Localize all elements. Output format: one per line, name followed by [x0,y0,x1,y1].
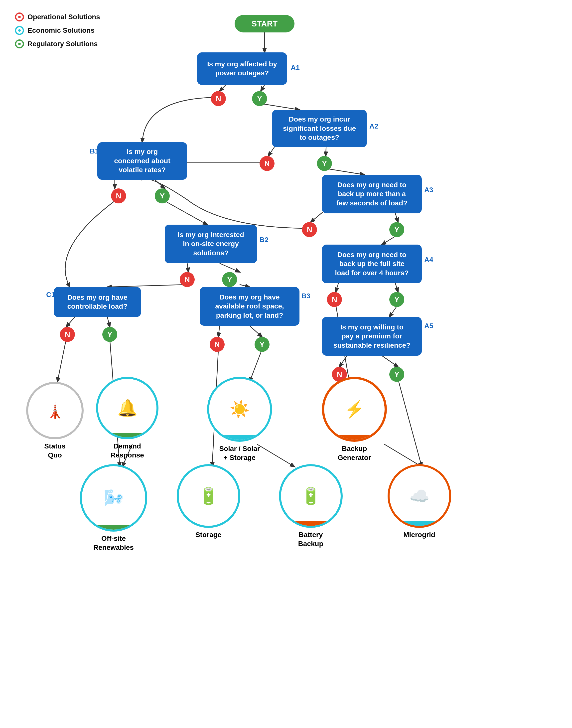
offsite-renewables-circle: 🌬️ [80,464,147,531]
label-A4: A4 [424,256,433,264]
backup-gen-circle: ⚡ [322,377,387,442]
label-A2: A2 [369,122,378,130]
label-A5: A5 [424,322,433,330]
outcome-status-quo: 🗼 StatusQuo [25,382,85,460]
svg-line-15 [107,285,189,287]
svg-line-23 [57,340,66,382]
node-A1-text: Is my org affected bypower outages? [207,60,277,78]
yn-A3-no: N [302,222,317,237]
legend-item-regulatory: Regulatory Solutions [15,40,100,49]
outcome-demand-response: 🔔 DemandResponse [95,377,160,460]
demand-response-circle: 🔔 [96,377,158,439]
node-A5-text: Is my org willing topay a premium forsus… [334,323,410,350]
microgrid-label: Microgrid [403,530,435,539]
label-A3: A3 [424,186,433,194]
yn-B3-no: N [210,337,225,352]
battery-backup-label: BatteryBackup [298,530,323,549]
demand-response-icon: 🔔 [117,398,138,418]
economic-circle [15,26,24,35]
outcome-backup-gen: ⚡ BackupGenerator [319,377,389,462]
yn-C1-yes: Y [102,327,117,342]
svg-line-32 [398,379,422,467]
backup-gen-label: BackupGenerator [338,444,371,462]
microgrid-circle: ☁️ [387,464,451,528]
outcome-offsite-renewables: 🌬️ Off-siteRenewables [77,464,150,552]
node-A4-text: Does my org need toback up the full site… [335,250,409,278]
node-A2-text: Does my org incursignificant losses duet… [283,115,356,142]
outcome-solar-storage: ☀️ Solar / Solar+ Storage [205,377,275,462]
svg-line-22 [107,317,110,327]
storage-icon: 🔋 [198,487,219,506]
node-A4: Does my org need toback up the full site… [322,244,422,283]
start-node: START [234,15,294,32]
svg-line-9 [326,168,364,175]
status-quo-label: StatusQuo [44,442,66,460]
yn-A2-yes: Y [317,156,332,171]
outcome-storage: 🔋 Storage [175,464,242,539]
outcome-microgrid: ☁️ Microgrid [385,464,453,539]
storage-circle: 🔋 [177,464,240,528]
solar-storage-circle: ☀️ [207,377,272,442]
legend-item-economic: Economic Solutions [15,26,100,35]
svg-line-30 [382,356,398,367]
outcome-battery-backup: 🔋 BatteryBackup [277,464,344,549]
legend-label-economic: Economic Solutions [27,26,94,34]
legend-label-regulatory: Regulatory Solutions [27,40,98,48]
regulatory-circle [15,40,24,49]
yn-B2-no: N [180,272,195,287]
yn-A4-no: N [327,292,342,307]
node-B3-text: Does my org haveavailable roof space,par… [215,293,284,320]
legend-item-operational: Operational Solutions [15,12,100,21]
node-C1-text: Does my org havecontrollable load? [67,293,127,311]
node-B3: Does my org haveavailable roof space,par… [200,287,299,326]
operational-circle [15,12,24,21]
label-B3: B3 [301,292,310,300]
solar-storage-label: Solar / Solar+ Storage [219,444,260,462]
status-quo-circle: 🗼 [26,382,84,439]
legend: Operational Solutions Economic Solutions… [15,12,100,53]
solar-storage-icon: ☀️ [230,400,250,419]
offsite-renewables-icon: 🌬️ [103,489,124,507]
svg-line-26 [249,326,262,337]
offsite-renewables-label: Off-siteRenewables [93,534,134,552]
yn-A4-yes: Y [389,292,404,307]
svg-line-16 [239,285,249,287]
legend-label-operational: Operational Solutions [27,13,100,21]
svg-line-8 [165,201,207,225]
node-A3: Does my org need toback up more than afe… [322,175,422,213]
svg-line-13 [187,263,189,272]
label-A1: A1 [291,64,300,72]
yn-A5-yes: Y [389,367,404,382]
microgrid-icon: ☁️ [409,487,429,506]
svg-line-25 [218,326,220,337]
yn-B1-no: N [111,189,126,203]
node-B1-text: Is my orgconcerned aboutvolatile rates? [114,147,170,174]
svg-line-21 [66,317,75,327]
battery-backup-circle: 🔋 [279,464,343,528]
yn-A2-no: N [260,156,275,171]
yn-B1-yes: Y [155,189,170,203]
yn-A1-yes: Y [252,91,267,106]
node-A1: Is my org affected bypower outages? [197,53,287,85]
backup-gen-icon: ⚡ [344,400,365,419]
yn-B2-yes: Y [222,272,237,287]
battery-backup-icon: 🔋 [301,487,321,506]
node-A2: Does my org incursignificant losses duet… [272,110,367,147]
node-C1: Does my org havecontrollable load? [54,287,141,317]
yn-C1-no: N [60,327,75,342]
node-A5: Is my org willing topay a premium forsus… [322,317,422,356]
storage-label: Storage [195,530,221,539]
svg-line-35 [384,444,422,467]
yn-A1-no: N [211,91,226,106]
node-B2-text: Is my org interestedin on-site energysol… [178,230,244,258]
flow-lines [0,0,572,728]
demand-response-label: DemandResponse [111,442,144,460]
node-B1: Is my orgconcerned aboutvolatile rates? [97,142,187,180]
svg-line-29 [339,356,347,367]
svg-line-3 [261,103,299,110]
yn-B3-yes: Y [255,337,270,352]
status-quo-icon: 🗼 [46,403,64,418]
svg-line-7 [155,180,165,189]
svg-line-14 [220,263,239,272]
node-A3-text: Does my org need toback up more than afe… [337,180,408,208]
